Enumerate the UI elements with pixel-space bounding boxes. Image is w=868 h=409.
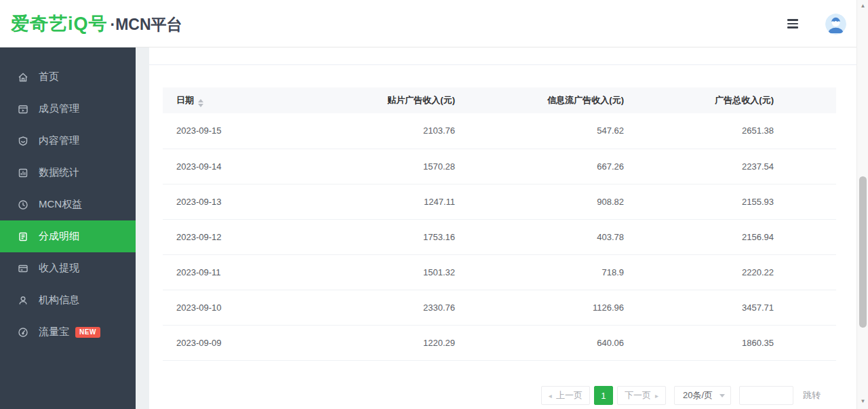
sidebar-item-home[interactable]: 首页 [0,61,136,93]
cell-preroll: 1501.32 [298,254,462,290]
home-icon [17,71,28,83]
traffic-icon [17,326,28,338]
table-row: 2023-09-09 1220.29 640.06 1860.35 [163,325,836,360]
cell-date: 2023-09-13 [163,184,298,219]
sidebar-item-label: MCN权益 [39,198,82,211]
revenue-table: 日期 贴片广告收入(元) 信息流广告收入(元) 广告总收入(元) 2023-09… [163,87,836,361]
organization-icon [17,294,28,306]
sidebar-item-revenue-share[interactable]: 分成明细 [0,220,136,252]
top-header: 爱奇艺iQ号 ·MCN平台 [0,0,868,47]
column-header-total-ad-income: 广告总收入(元) [631,87,836,113]
sidebar-item-members[interactable]: 成员管理 [0,93,136,125]
cell-date: 2023-09-09 [163,325,298,360]
sidebar-item-label: 数据统计 [39,166,79,179]
cell-preroll: 1220.29 [298,325,462,360]
cell-preroll: 1570.28 [298,149,462,184]
table-header-row: 日期 贴片广告收入(元) 信息流广告收入(元) 广告总收入(元) [163,87,836,113]
sidebar-nav: 首页 成员管理 内容管理 数据统计 MCN权益 [0,47,136,409]
app-logo[interactable]: 爱奇艺iQ号 ·MCN平台 [11,12,182,36]
cell-feed: 667.26 [462,149,631,184]
sidebar-item-organization[interactable]: 机构信息 [0,284,136,316]
cell-date: 2023-09-14 [163,149,298,184]
table-row: 2023-09-15 2103.76 547.62 2651.38 [163,113,836,149]
table-row: 2023-09-12 1753.16 403.78 2156.94 [163,219,836,254]
main-panel: 日期 贴片广告收入(元) 信息流广告收入(元) 广告总收入(元) 2023-09… [149,47,856,409]
column-header-preroll-ad-income: 贴片广告收入(元) [298,87,462,113]
members-icon [17,103,28,115]
new-badge: NEW [75,327,100,338]
cell-date: 2023-09-10 [163,290,298,325]
prev-page-button[interactable]: ◂ 上一页 [541,386,590,405]
column-header-feed-ad-income: 信息流广告收入(元) [462,87,631,113]
sidebar-item-withdraw[interactable]: 收入提现 [0,252,136,284]
sidebar-item-label: 分成明细 [39,230,79,243]
logo-platform-text: ·MCN平台 [111,14,182,35]
sidebar-item-label: 机构信息 [39,294,79,307]
current-page-button[interactable]: 1 [594,386,613,405]
sidebar-item-label: 成员管理 [39,102,79,115]
scroll-up-icon[interactable]: ▲ [857,3,868,9]
table-row: 2023-09-13 1247.11 908.82 2155.93 [163,184,836,219]
prev-arrow-icon: ◂ [549,392,552,400]
cell-total: 3457.71 [631,290,836,325]
content-gutter [136,47,149,409]
table-row: 2023-09-10 2330.76 1126.96 3457.71 [163,290,836,325]
sidebar-item-label: 内容管理 [39,134,79,147]
cell-preroll: 1247.11 [298,184,462,219]
cell-total: 1860.35 [631,325,836,360]
panel-top-divider [149,47,856,65]
table-row: 2023-09-11 1501.32 718.9 2220.22 [163,254,836,290]
cell-date: 2023-09-15 [163,113,298,149]
jump-button[interactable]: 跳转 [803,389,821,402]
cell-total: 2237.54 [631,149,836,184]
cell-total: 2220.22 [631,254,836,290]
page-size-select[interactable]: 20条/页 [674,386,731,405]
sidebar-item-content[interactable]: 内容管理 [0,125,136,157]
column-header-date[interactable]: 日期 [163,87,298,113]
cell-feed: 640.06 [462,325,631,360]
revenue-share-icon [17,231,28,242]
cell-feed: 403.78 [462,219,631,254]
content-icon [17,135,28,147]
sidebar-item-stats[interactable]: 数据统计 [0,157,136,189]
pagination: ◂ 上一页 1 下一页 ▸ 20条/页 跳转 [541,386,821,405]
cell-feed: 908.82 [462,184,631,219]
sidebar-item-label: 首页 [39,71,59,83]
avatar-icon [825,14,846,35]
chevron-down-icon [719,394,725,397]
cell-date: 2023-09-11 [163,254,298,290]
scrollbar[interactable]: ▲ ▼ [856,0,868,409]
sidebar-item-label: 流量宝 [39,326,69,338]
stats-icon [17,167,28,178]
cell-preroll: 2330.76 [298,290,462,325]
next-page-button[interactable]: 下一页 ▸ [617,386,666,405]
user-avatar[interactable] [825,14,846,35]
cell-feed: 1126.96 [462,290,631,325]
table-row: 2023-09-14 1570.28 667.26 2237.54 [163,149,836,184]
cell-feed: 547.62 [462,113,631,149]
page-jump-input[interactable] [739,386,793,405]
sidebar-item-label: 收入提现 [39,262,79,275]
cell-preroll: 1753.16 [298,219,462,254]
withdraw-icon [17,262,28,274]
cell-total: 2155.93 [631,184,836,219]
page: 爱奇艺iQ号 ·MCN平台 首页 [0,0,868,409]
scroll-down-icon[interactable]: ▼ [857,398,868,405]
sidebar-item-traffic[interactable]: 流量宝 NEW [0,316,136,348]
cell-total: 2156.94 [631,219,836,254]
menu-icon[interactable] [787,19,798,28]
cell-feed: 718.9 [462,254,631,290]
sidebar-item-benefits[interactable]: MCN权益 [0,189,136,220]
next-arrow-icon: ▸ [655,392,658,400]
benefits-icon [17,199,28,210]
logo-brand-text: 爱奇艺iQ号 [11,12,108,36]
scrollbar-thumb[interactable] [859,176,867,328]
cell-total: 2651.38 [631,113,836,149]
cell-preroll: 2103.76 [298,113,462,149]
sort-caret-icon[interactable] [198,99,203,107]
cell-date: 2023-09-12 [163,219,298,254]
